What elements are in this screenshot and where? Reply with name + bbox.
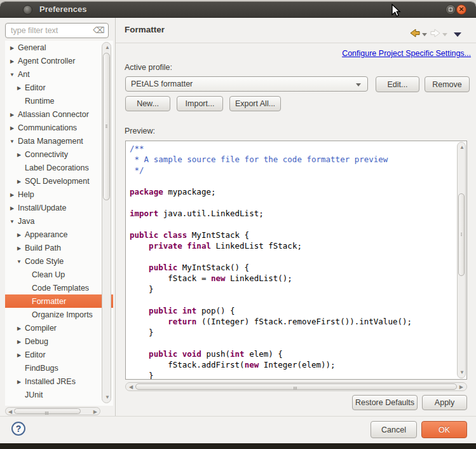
code-line — [130, 176, 456, 186]
help-button[interactable]: ? — [11, 422, 25, 436]
expand-arrow-icon[interactable]: ▶ — [13, 85, 25, 91]
code-line: * A sample source file for the code form… — [130, 154, 456, 165]
preview-label: Preview: — [125, 127, 155, 135]
footer-divider — [0, 416, 476, 417]
preview-vertical-scrollbar-thumb[interactable] — [458, 193, 465, 276]
tree-vertical-scrollbar-thumb[interactable] — [103, 53, 110, 200]
expand-arrow-icon[interactable]: ▶ — [13, 379, 25, 385]
desktop-background — [0, 443, 476, 449]
tree-item-junit[interactable]: JUnit — [5, 388, 113, 401]
expand-arrow-icon[interactable]: ▶ — [6, 205, 18, 211]
tree-item-installed-jres[interactable]: ▶Installed JREs — [5, 375, 113, 388]
screen: Preferences ✕ ⌫ ▶General▶Agent Controlle… — [0, 0, 476, 449]
collapse-arrow-icon[interactable]: ▼ — [13, 259, 25, 265]
expand-arrow-icon[interactable]: ▶ — [13, 232, 25, 238]
preview-horizontal-scrollbar-thumb[interactable] — [135, 383, 457, 390]
tree-item-install-update[interactable]: ▶Install/Update — [5, 201, 113, 214]
collapse-arrow-icon[interactable]: ▼ — [6, 219, 18, 224]
tree-item-findbugs[interactable]: FindBugs — [5, 361, 113, 375]
expand-arrow-icon[interactable]: ▶ — [6, 112, 18, 118]
expand-arrow-icon[interactable]: ▶ — [6, 59, 18, 64]
forward-arrow-icon[interactable] — [430, 29, 441, 38]
tree-item-java[interactable]: ▼Java — [5, 214, 113, 228]
tree-item-sql-development[interactable]: ▶SQL Development — [5, 174, 113, 188]
tree-item-general[interactable]: ▶General — [5, 41, 113, 54]
tree-item-code-style[interactable]: ▼Code Style — [5, 254, 113, 268]
configure-project-settings-link[interactable]: Configure Project Specific Settings... — [342, 49, 471, 58]
tree-item-label: Appearance — [25, 230, 67, 239]
preview-horizontal-scrollbar[interactable]: ◀ ▶ — [125, 382, 467, 391]
back-history-caret-icon[interactable] — [422, 33, 427, 36]
tree-item-label: Code Templates — [32, 284, 89, 293]
expand-arrow-icon[interactable]: ▶ — [6, 45, 18, 51]
ok-button[interactable]: OK — [421, 421, 467, 438]
edit-button[interactable]: Edit... — [376, 76, 419, 92]
tree-item-communications[interactable]: ▶Communications — [5, 121, 113, 134]
tree-vertical-scrollbar[interactable]: ▲ ▼ — [102, 42, 111, 403]
clear-filter-icon[interactable]: ⌫ — [93, 25, 105, 35]
forward-history-caret-icon[interactable] — [442, 33, 447, 36]
maximize-button[interactable] — [445, 4, 456, 15]
tree-item-editor[interactable]: ▶Editor — [5, 81, 113, 94]
tree-item-compiler[interactable]: ▶Compiler — [5, 321, 113, 335]
scroll-up-icon[interactable]: ▲ — [105, 45, 110, 50]
tree-item-agent-controller[interactable]: ▶Agent Controller — [5, 54, 113, 67]
tree-item-label: Atlassian Connector — [18, 110, 89, 119]
window-title: Preferences — [39, 4, 86, 14]
collapse-arrow-icon[interactable]: ▼ — [6, 139, 18, 144]
expand-arrow-icon[interactable]: ▶ — [6, 192, 18, 198]
scroll-down-icon[interactable]: ▼ — [105, 395, 110, 400]
collapse-arrow-icon[interactable]: ▼ — [6, 72, 18, 78]
tree-item-code-templates[interactable]: Code Templates — [5, 281, 113, 294]
code-line: public class MyIntStack { — [130, 230, 456, 240]
tree-item-help[interactable]: ▶Help — [5, 188, 113, 201]
remove-button[interactable]: Remove — [425, 76, 470, 92]
back-arrow-icon[interactable] — [409, 29, 421, 38]
tree-item-data-management[interactable]: ▼Data Management — [5, 134, 113, 148]
tree-item-ant[interactable]: ▼Ant — [5, 67, 113, 81]
expand-arrow-icon[interactable]: ▶ — [13, 352, 25, 358]
expand-arrow-icon[interactable]: ▶ — [13, 179, 25, 184]
tree-item-label: Ant — [18, 70, 30, 79]
scroll-right-icon[interactable]: ▶ — [93, 410, 97, 415]
tree-item-label: Debug — [25, 337, 48, 346]
tree-horizontal-scrollbar-thumb[interactable] — [14, 408, 81, 414]
titlebar[interactable]: Preferences ✕ — [0, 2, 476, 18]
tree-item-label: Data Management — [18, 137, 83, 146]
scroll-right-icon[interactable]: ▶ — [459, 385, 463, 390]
preview-vertical-scrollbar[interactable]: ▲ ▼ — [457, 142, 466, 378]
tree-item-atlassian-connector[interactable]: ▶Atlassian Connector — [5, 107, 113, 121]
apply-button[interactable]: Apply — [422, 395, 467, 410]
scroll-left-icon[interactable]: ◀ — [8, 410, 12, 415]
tree-item-formatter[interactable]: Formatter — [5, 294, 113, 308]
expand-arrow-icon[interactable]: ▶ — [13, 326, 25, 331]
export-all-button[interactable]: Export All... — [229, 96, 281, 111]
new-button[interactable]: New... — [125, 96, 170, 111]
tree-item-build-path[interactable]: ▶Build Path — [5, 241, 113, 254]
restore-defaults-button[interactable]: Restore Defaults — [352, 395, 418, 410]
preview-code-area[interactable]: /** * A sample source file for the code … — [125, 141, 467, 380]
scroll-down-icon[interactable]: ▼ — [459, 370, 465, 375]
tree-item-debug[interactable]: ▶Debug — [5, 335, 113, 348]
expand-arrow-icon[interactable]: ▶ — [13, 339, 25, 345]
active-profile-select[interactable]: PEtALS formatter — [125, 76, 368, 92]
cancel-button[interactable]: Cancel — [371, 421, 417, 438]
tree-item-clean-up[interactable]: Clean Up — [5, 268, 113, 281]
tree-horizontal-scrollbar[interactable]: ◀ ▶ — [5, 407, 100, 415]
tree-item-label: Editor — [25, 350, 46, 359]
tree-item-editor[interactable]: ▶Editor — [5, 348, 113, 361]
close-button[interactable]: ✕ — [456, 4, 466, 15]
view-menu-icon[interactable] — [454, 32, 461, 37]
scroll-up-icon[interactable]: ▲ — [459, 145, 465, 150]
expand-arrow-icon[interactable]: ▶ — [13, 152, 25, 158]
tree-item-label-decorations[interactable]: Label Decorations — [5, 161, 113, 174]
tree-item-appearance[interactable]: ▶Appearance — [5, 228, 113, 241]
import-button[interactable]: Import... — [177, 96, 223, 111]
expand-arrow-icon[interactable]: ▶ — [6, 125, 18, 131]
tree-item-runtime[interactable]: Runtime — [5, 94, 113, 107]
expand-arrow-icon[interactable]: ▶ — [13, 245, 25, 251]
scroll-left-icon[interactable]: ◀ — [129, 385, 133, 390]
tree-item-connectivity[interactable]: ▶Connectivity — [5, 148, 113, 161]
preview-code: /** * A sample source file for the code … — [126, 141, 456, 379]
tree-item-organize-imports[interactable]: Organize Imports — [5, 308, 113, 321]
